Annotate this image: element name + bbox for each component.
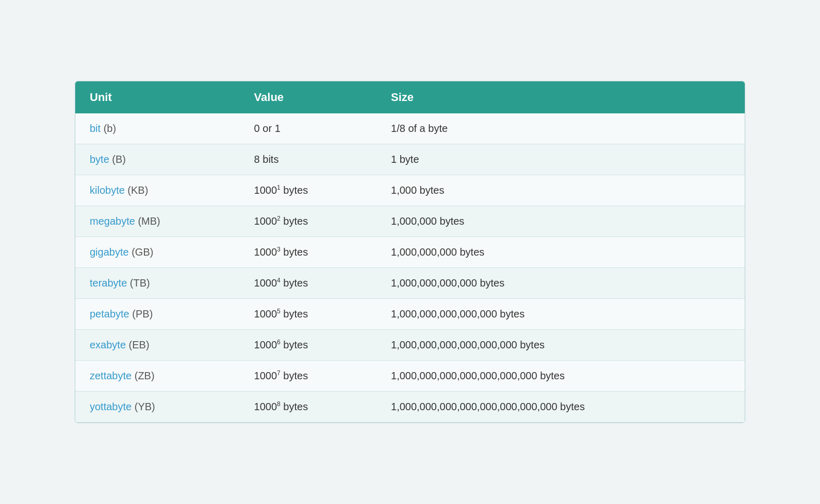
unit-abbreviation: (KB) [125, 184, 149, 196]
table-row: gigabyte (GB)10003 bytes1,000,000,000 by… [75, 237, 745, 268]
unit-name[interactable]: petabyte [90, 308, 129, 320]
data-table: Unit Value Size bit (b)0 or 11/8 of a by… [75, 81, 745, 423]
value-cell: 10005 bytes [240, 299, 376, 330]
unit-cell: kilobyte (KB) [75, 175, 240, 206]
table-row: byte (B)8 bits1 byte [75, 144, 745, 175]
unit-abbreviation: (ZB) [132, 370, 154, 381]
unit-cell: gigabyte (GB) [75, 237, 240, 268]
exponent: 4 [277, 277, 281, 284]
exponent: 6 [277, 339, 281, 346]
col-header-size: Size [376, 81, 745, 113]
unit-name[interactable]: gigabyte [90, 246, 129, 258]
size-cell: 1,000,000,000,000,000,000 bytes [376, 330, 745, 361]
unit-name[interactable]: terabyte [90, 277, 127, 289]
unit-abbreviation: (GB) [129, 246, 154, 258]
unit-cell: exabyte (EB) [75, 330, 240, 361]
table-row: exabyte (EB)10006 bytes1,000,000,000,000… [75, 330, 745, 361]
table-row: bit (b)0 or 11/8 of a byte [75, 113, 745, 144]
size-cell: 1,000 bytes [376, 175, 745, 206]
col-header-unit: Unit [75, 81, 240, 113]
size-cell: 1,000,000 bytes [376, 206, 745, 237]
size-cell: 1/8 of a byte [376, 113, 745, 144]
value-cell: 10004 bytes [240, 268, 376, 299]
size-cell: 1,000,000,000,000 bytes [376, 268, 745, 299]
unit-cell: terabyte (TB) [75, 268, 240, 299]
unit-abbreviation: (TB) [127, 277, 150, 289]
value-cell: 10002 bytes [240, 206, 376, 237]
unit-name[interactable]: megabyte [90, 215, 135, 227]
unit-name[interactable]: yottabyte [90, 401, 132, 412]
table-header-row: Unit Value Size [75, 81, 745, 113]
unit-cell: zettabyte (ZB) [75, 361, 240, 392]
col-header-value: Value [240, 81, 376, 113]
unit-abbreviation: (B) [109, 154, 126, 165]
exponent: 8 [277, 400, 281, 408]
unit-cell: megabyte (MB) [75, 206, 240, 237]
size-cell: 1 byte [376, 144, 745, 175]
unit-abbreviation: (b) [101, 123, 116, 134]
value-cell: 10006 bytes [240, 330, 376, 361]
size-cell: 1,000,000,000,000,000,000,000,000 bytes [376, 392, 745, 423]
exponent: 1 [277, 184, 281, 191]
value-cell: 10001 bytes [240, 175, 376, 206]
exponent: 3 [277, 246, 281, 253]
size-cell: 1,000,000,000,000,000 bytes [376, 299, 745, 330]
unit-abbreviation: (YB) [132, 401, 155, 412]
size-cell: 1,000,000,000 bytes [376, 237, 745, 268]
unit-cell: bit (b) [75, 113, 240, 144]
exponent: 5 [277, 308, 281, 315]
unit-name[interactable]: zettabyte [90, 370, 132, 381]
table-row: yottabyte (YB)10008 bytes1,000,000,000,0… [75, 392, 745, 423]
table-row: zettabyte (ZB)10007 bytes1,000,000,000,0… [75, 361, 745, 392]
unit-abbreviation: (MB) [135, 215, 160, 227]
unit-cell: yottabyte (YB) [75, 392, 240, 423]
table-row: megabyte (MB)10002 bytes1,000,000 bytes [75, 206, 745, 237]
value-cell: 8 bits [240, 144, 376, 175]
value-cell: 0 or 1 [240, 113, 376, 144]
unit-abbreviation: (EB) [126, 339, 150, 350]
unit-cell: byte (B) [75, 144, 240, 175]
unit-name[interactable]: byte [90, 154, 109, 165]
unit-abbreviation: (PB) [129, 308, 153, 320]
unit-name[interactable]: exabyte [90, 339, 126, 350]
value-cell: 10008 bytes [240, 392, 376, 423]
unit-name[interactable]: kilobyte [90, 184, 125, 196]
size-cell: 1,000,000,000,000,000,000,000 bytes [376, 361, 745, 392]
unit-cell: petabyte (PB) [75, 299, 240, 330]
value-cell: 10003 bytes [240, 237, 376, 268]
exponent: 7 [277, 369, 281, 377]
table-row: kilobyte (KB)10001 bytes1,000 bytes [75, 175, 745, 206]
table-row: petabyte (PB)10005 bytes1,000,000,000,00… [75, 299, 745, 330]
unit-name[interactable]: bit [90, 123, 101, 134]
exponent: 2 [277, 215, 281, 222]
value-cell: 10007 bytes [240, 361, 376, 392]
table-row: terabyte (TB)10004 bytes1,000,000,000,00… [75, 268, 745, 299]
